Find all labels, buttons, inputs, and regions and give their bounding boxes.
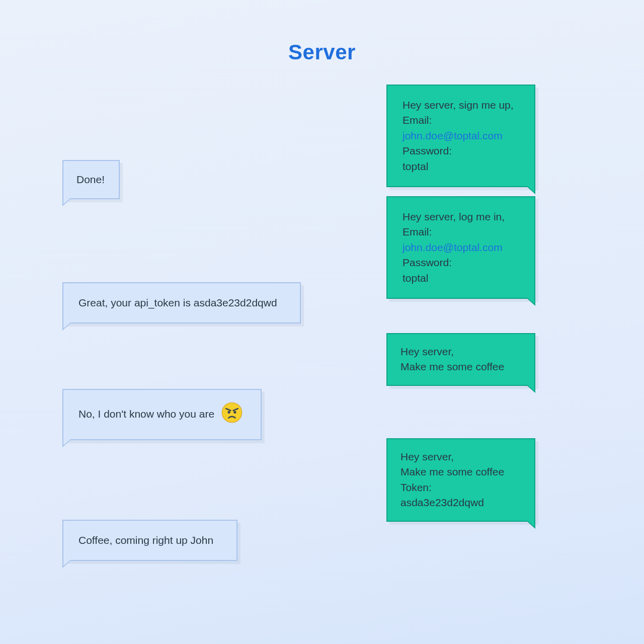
text-line: Hey server, <box>400 344 521 359</box>
svg-point-1 <box>227 411 230 414</box>
client-message-coffee: Hey server, Make me some coffee <box>386 333 535 386</box>
server-message-coffee: Coffee, coming right up John <box>62 520 237 561</box>
text-line: Great, your api_token is asda3e23d2dqwd <box>78 295 285 310</box>
token-label: Token: <box>400 480 521 495</box>
email-value: john.doe@toptal.com <box>403 128 519 143</box>
email-label: Email: <box>403 113 519 128</box>
text-line: Make me some coffee <box>400 359 521 374</box>
password-value: toptal <box>403 159 519 174</box>
text-line: Coffee, coming right up John <box>78 533 221 548</box>
server-message-done: Done! <box>62 160 120 199</box>
text-line: Done! <box>76 172 106 187</box>
client-message-login: Hey server, log me in, Email: john.doe@t… <box>386 196 535 299</box>
email-label: Email: <box>403 224 519 239</box>
client-message-signup: Hey server, sign me up, Email: john.doe@… <box>386 85 535 187</box>
svg-point-0 <box>222 403 242 422</box>
angry-face-icon <box>221 402 243 427</box>
page-title: Server <box>0 40 644 64</box>
password-label: Password: <box>403 143 519 158</box>
client-message-coffee-token: Hey server, Make me some coffee Token: a… <box>386 438 535 522</box>
text-line: Hey server, <box>400 449 521 464</box>
password-value: toptal <box>403 271 519 286</box>
text-line: Hey server, log me in, <box>403 209 519 224</box>
text-line: Make me some coffee <box>400 464 521 479</box>
token-value: asda3e23d2dqwd <box>400 495 521 510</box>
password-label: Password: <box>403 255 519 270</box>
server-message-deny: No, I don't know who you are <box>62 389 262 440</box>
server-message-token: Great, your api_token is asda3e23d2dqwd <box>62 282 301 324</box>
text-line: Hey server, sign me up, <box>403 98 519 113</box>
svg-point-2 <box>233 411 236 414</box>
email-value: john.doe@toptal.com <box>403 240 519 255</box>
text-line: No, I don't know who you are <box>78 408 214 420</box>
